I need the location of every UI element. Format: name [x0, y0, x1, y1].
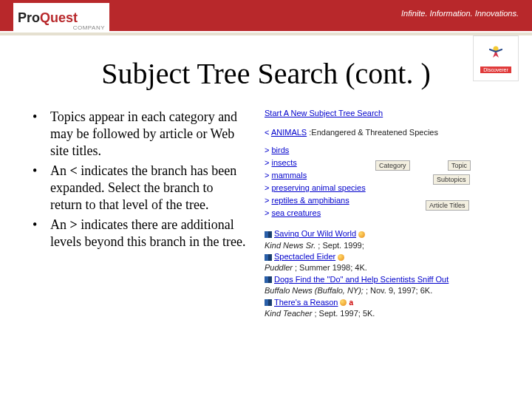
start-new-search-link[interactable]: Start A New Subject Tree Search	[265, 109, 510, 117]
header-divider	[0, 33, 532, 35]
list-item: •An > indicates there are additional lev…	[33, 216, 247, 250]
book-icon	[265, 231, 272, 238]
discoverer-badge: Discoverer	[473, 35, 519, 81]
subtopic-link[interactable]: birds	[271, 146, 289, 154]
logo: ProQuest COMPANY	[13, 3, 109, 33]
article-source: Kind Teacher	[265, 309, 312, 318]
logo-subtext: COMPANY	[73, 24, 105, 31]
tagline: Infinite. Information. Innovations.	[401, 9, 519, 18]
article-link[interactable]: Saving Our Wild World	[274, 229, 356, 238]
book-icon	[265, 299, 272, 306]
bullet-text: indicates the branch has been expanded. …	[50, 163, 236, 212]
subtopic-link[interactable]: preserving animal species	[271, 183, 365, 192]
bullet-text: indicates there are additional levels be…	[50, 217, 245, 249]
article-date: ; Sept. 1999;	[316, 241, 364, 250]
subtopic-link[interactable]: insects	[271, 158, 296, 167]
article-date: ; Sept. 1997; 5K.	[312, 309, 375, 318]
article-item: There's a Reasona Kind Teacher ; Sept. 1…	[265, 297, 510, 320]
label-category: Category	[375, 160, 410, 171]
bullet-list: •Topics appear in each category and may …	[33, 109, 247, 319]
article-source: Buffalo News (Buffalo, NY);	[265, 286, 364, 295]
subtopic-link[interactable]: sea creatures	[271, 208, 321, 217]
header-bar: ProQuest COMPANY Infinite. Information. …	[0, 0, 532, 31]
article-link[interactable]: Dogs Find the "Do" and Help Scientists S…	[274, 275, 449, 284]
label-article-titles: Article Titles	[426, 200, 469, 211]
article-list: Saving Our Wild World Kind News Sr. ; Se…	[265, 228, 510, 319]
bullet-text: Topics appear in each category and may b…	[50, 109, 237, 158]
page-title: Subject Tree Search (cont. )	[0, 56, 532, 91]
article-source: Kind News Sr.	[265, 241, 316, 250]
book-icon	[265, 254, 272, 261]
bullet-bold: <	[70, 163, 78, 178]
logo-pro: Pro	[18, 10, 40, 25]
article-link[interactable]: Spectacled Eider	[274, 252, 335, 261]
chevron-left-icon: <	[265, 128, 269, 137]
logo-quest: Quest	[40, 10, 78, 25]
subtopic-link[interactable]: mammals	[271, 171, 307, 180]
content-area: •Topics appear in each category and may …	[0, 109, 532, 319]
breadcrumb-category-link[interactable]: ANIMALS	[271, 128, 307, 137]
label-subtopics: Subtopics	[433, 174, 470, 185]
subtopic-link[interactable]: reptiles & amphibians	[271, 196, 349, 205]
star-person-icon	[485, 44, 506, 65]
label-topic: Topic	[448, 160, 471, 171]
bullet-text: An	[50, 217, 70, 232]
article-item: Spectacled Eider Puddler ; Summer 1998; …	[265, 251, 510, 274]
list-item: •Topics appear in each category and may …	[33, 109, 247, 160]
list-item: •An < indicates the branch has been expa…	[33, 163, 247, 214]
orange-dot-icon	[338, 254, 344, 261]
subtopic-list: > birds > insects > mammals > preserving…	[265, 144, 510, 219]
article-date: ; Nov. 9, 1997; 6K.	[364, 286, 432, 295]
bullet-text: An	[50, 163, 70, 178]
bullet-bold: >	[70, 217, 78, 232]
article-item: Saving Our Wild World Kind News Sr. ; Se…	[265, 228, 510, 251]
book-icon	[265, 276, 272, 283]
discoverer-label: Discoverer	[480, 66, 511, 73]
article-item: Dogs Find the "Do" and Help Scientists S…	[265, 274, 510, 297]
article-date: ; Summer 1998; 4K.	[293, 263, 367, 272]
red-a-icon: a	[349, 299, 353, 307]
orange-dot-icon	[358, 231, 365, 238]
orange-dot-icon	[340, 299, 347, 306]
breadcrumb: < ANIMALS :Endangered & Threatened Speci…	[265, 128, 510, 137]
article-link[interactable]: There's a Reason	[274, 298, 338, 307]
article-source: Puddler	[265, 263, 293, 272]
breadcrumb-trail: :Endangered & Threatened Species	[309, 128, 438, 137]
tree-panel: Start A New Subject Tree Search < ANIMAL…	[265, 109, 510, 319]
